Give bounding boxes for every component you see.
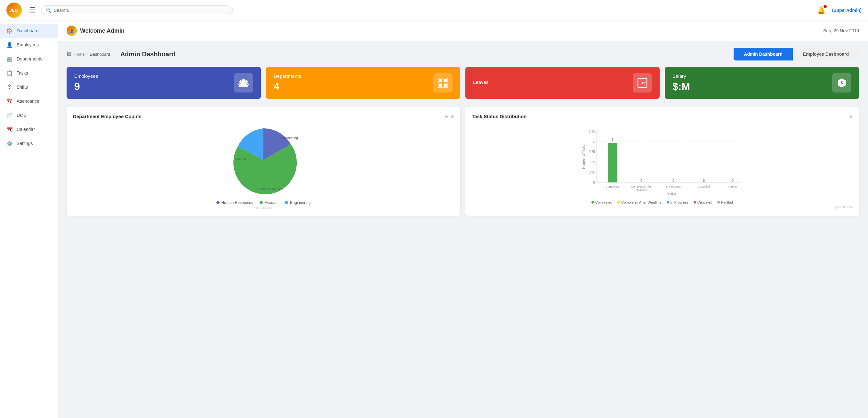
sidebar-item-shifts[interactable]: ⏱ Shifts <box>0 80 58 94</box>
svg-text:0: 0 <box>641 179 642 183</box>
departments-icon <box>437 77 449 89</box>
profile-icon: 👤 <box>70 29 73 33</box>
stat-value-salary: $:M <box>673 81 690 93</box>
bar-legend-canceled: Canceled <box>693 200 712 204</box>
bar-legend-completed-deadline: Completed After Deadline <box>617 200 661 204</box>
svg-text:0: 0 <box>593 181 595 184</box>
bar-legend-dot-inprogress <box>667 201 669 203</box>
welcome-text: Welcome Admin <box>80 28 124 34</box>
stat-card-leaves[interactable]: Leaves <box>465 67 660 99</box>
notification-badge <box>824 5 827 8</box>
hamburger-button[interactable]: ☰ <box>29 6 36 14</box>
sidebar-item-tasks[interactable]: 📋 Tasks <box>0 66 58 80</box>
departments-icon: 🏢 <box>6 56 13 62</box>
stat-icon-employees <box>234 73 253 93</box>
sidebar-item-calendar[interactable]: 📆 Calendar <box>0 122 58 136</box>
bar-chart-svg: 1.25 1 0.75 0.5 0.25 0 Number of Tasks 1 <box>472 125 852 195</box>
bar-chart-legend: Completed Completed After Deadline In Pr… <box>472 200 852 204</box>
sidebar-item-departments[interactable]: 🏢 Departments <box>0 52 58 66</box>
stat-icon-leaves <box>633 73 652 93</box>
stat-card-departments[interactable]: Departments 4 <box>266 67 460 99</box>
search-icon: 🔍 <box>46 8 51 13</box>
charts-row: Department Employee Counts ≡ ≡ <box>67 106 859 216</box>
stat-card-salary[interactable]: Salary $:M $ <box>665 67 859 99</box>
sidebar-item-employees[interactable]: 👤 Employees <box>0 38 58 52</box>
pie-chart-menu-icon[interactable]: ≡ <box>444 113 448 120</box>
tab-admin-dashboard[interactable]: Admin Dashboard <box>734 48 793 61</box>
stat-icon-salary: $ <box>832 73 851 93</box>
sidebar-item-settings[interactable]: ⚙️ Settings <box>0 136 58 151</box>
breadcrumb-home[interactable]: Home <box>73 52 85 57</box>
dashboard-icon: 🏠 <box>6 28 13 34</box>
bar-legend-dot-faulted <box>717 201 720 203</box>
svg-text:Canceled: Canceled <box>698 185 710 188</box>
legend-label-engineering: Engineering <box>290 200 310 205</box>
bar-chart-header: Task Status Distribution ≡ <box>472 113 852 120</box>
bar-legend-completed: Completed <box>591 200 612 204</box>
shifts-icon: ⏱ <box>6 84 13 90</box>
breadcrumb-row: 🖼 Home / Dashboard Admin Dashboard Admin… <box>67 48 859 61</box>
breadcrumb-separator: / <box>87 52 88 57</box>
superadmin-label[interactable]: (SuperAdmin) <box>832 8 862 13</box>
sidebar-item-attendance[interactable]: 📅 Attendance <box>0 94 58 108</box>
app-logo: ÆO <box>6 3 22 18</box>
svg-text:$: $ <box>841 81 843 85</box>
stat-card-employees[interactable]: Employees 9 <box>67 67 261 99</box>
leaves-icon <box>637 77 648 89</box>
pie-label-account: Account <box>235 157 246 161</box>
main-layout: 🏠 Dashboard 👤 Employees 🏢 Departments 📋 … <box>0 21 868 418</box>
pie-chart-svg: Engineering Account Human Resources <box>228 125 299 195</box>
search-input[interactable] <box>54 8 228 13</box>
pie-legend: Human Resourses Account Engineering <box>216 200 311 205</box>
svg-text:1: 1 <box>593 140 595 143</box>
notification-bell[interactable]: 🔔 <box>817 6 826 14</box>
bar-chart-menu-icon[interactable]: ≡ <box>849 113 852 120</box>
svg-text:Completed: Completed <box>606 185 620 188</box>
salary-icon: $ <box>836 77 847 89</box>
svg-text:1: 1 <box>612 138 614 141</box>
bar-legend-inprogress: In Progress <box>667 200 688 204</box>
svg-text:Completed After: Completed After <box>631 185 652 188</box>
bar-legend-dot-deadline <box>617 201 620 203</box>
svg-text:0: 0 <box>732 179 734 183</box>
sidebar-item-dms[interactable]: 📄 DMS <box>0 108 58 122</box>
date-display: Sun, 29 Nov 2019 <box>823 28 859 33</box>
navbar: ÆO ☰ 🔍 🔔 (SuperAdmin) <box>0 0 868 21</box>
tab-employee-dashboard[interactable]: Employee Dashboard <box>793 48 859 61</box>
sidebar-label-dms: DMS <box>17 112 27 118</box>
sidebar-item-dashboard[interactable]: 🏠 Dashboard <box>0 24 58 38</box>
nav-right: 🔔 (SuperAdmin) <box>817 6 862 14</box>
sidebar-label-employees: Employees <box>17 42 39 47</box>
sidebar-label-shifts: Shifts <box>17 85 28 90</box>
sidebar-label-departments: Departments <box>17 56 42 61</box>
pie-chart-menu-icon2[interactable]: ≡ <box>450 113 454 120</box>
pie-highcharts-credit: Highcharts.com <box>253 206 274 209</box>
svg-text:0: 0 <box>673 179 674 183</box>
bar-legend-label-canceled: Canceled <box>698 200 712 204</box>
pie-label-engineering: Engineering <box>281 136 298 139</box>
breadcrumb-current: Dashboard <box>90 52 110 57</box>
stat-label-departments: Departments <box>274 73 301 79</box>
svg-text:0: 0 <box>703 179 705 183</box>
bar-completed <box>608 143 617 183</box>
search-bar[interactable]: 🔍 <box>41 5 233 15</box>
svg-rect-6 <box>439 84 442 87</box>
svg-text:1.25: 1.25 <box>589 130 595 133</box>
svg-text:In Progress: In Progress <box>666 185 681 188</box>
bar-legend-label-inprogress: In Progress <box>671 200 688 204</box>
svg-text:0.75: 0.75 <box>589 150 595 154</box>
bar-legend-label-completed: Completed <box>595 200 612 204</box>
stat-value-employees: 9 <box>74 81 98 93</box>
svg-text:Faulted: Faulted <box>728 185 737 188</box>
bar-legend-dot-canceled <box>693 201 696 203</box>
svg-text:Number of Tasks: Number of Tasks <box>582 145 585 169</box>
pie-chart-title: Department Employee Counts <box>73 114 142 119</box>
pie-label-hr: Human Resources <box>256 187 283 191</box>
stat-label-salary: Salary <box>673 73 690 79</box>
tasks-icon: 📋 <box>6 70 13 76</box>
bar-legend-label-faulted: Faulted <box>721 200 733 204</box>
svg-point-1 <box>239 81 242 83</box>
legend-dot-hr <box>216 201 220 204</box>
svg-point-2 <box>245 81 248 83</box>
bar-highcharts-credit: Highcharts.com <box>472 205 852 209</box>
